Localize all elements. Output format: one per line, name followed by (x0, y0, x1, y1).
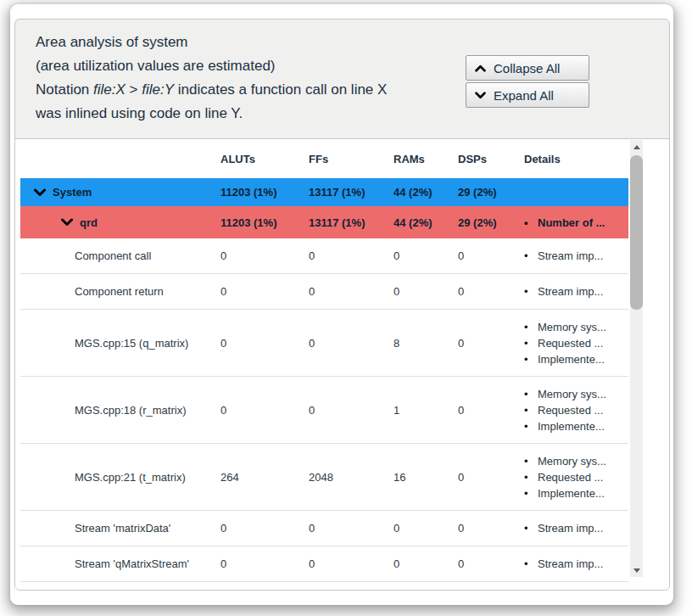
expand-collapse-controls: Collapse All Expand All (466, 55, 589, 108)
table-row-mgs-cpp-21-t-matrix[interactable]: MGS.cpp:21 (t_matrix)2642048160•Memory s… (20, 444, 628, 511)
cell-aluts: 0 (220, 557, 309, 570)
bullet-icon: • (524, 248, 538, 264)
detail-line: •Memory sys... (524, 319, 623, 335)
detail-text: Stream imp... (538, 283, 603, 300)
expand-all-button[interactable]: Expand All (466, 82, 589, 108)
notation-file-y: file:Y (142, 81, 174, 98)
detail-line: •Requested ... (524, 402, 623, 418)
cell-name: Component call (20, 249, 220, 262)
report-title: Area analysis of system (36, 31, 387, 54)
table-row-stream-qmatrixstream[interactable]: Stream 'qMatrixStream'0000•Stream imp... (20, 546, 628, 582)
detail-text: Implemente... (538, 351, 605, 367)
scroll-down-button[interactable] (630, 563, 643, 577)
cell-aluts: 0 (220, 404, 309, 417)
cell-details: •Stream imp... (524, 520, 628, 536)
cell-name: MGS.cpp:15 (q_matrix) (20, 337, 220, 350)
collapse-all-label: Collapse All (494, 61, 560, 76)
notation-line-2: was inlined using code on line Y. (36, 102, 387, 126)
cell-details: •Memory sys...•Requested ...•Implemente.… (524, 453, 628, 501)
bullet-icon: • (524, 319, 538, 335)
bullet-icon: • (524, 335, 538, 351)
bullet-icon: • (524, 556, 538, 572)
column-header-rams: RAMs (393, 153, 458, 165)
notation-file-x: file:X (93, 81, 126, 98)
cell-details: •Memory sys...•Requested ...•Implemente.… (524, 386, 628, 434)
cell-ffs: 0 (309, 285, 393, 298)
detail-line: •Requested ... (524, 469, 623, 485)
scrollbar-thumb[interactable] (630, 155, 643, 310)
bullet-icon: • (524, 351, 538, 367)
cell-name: MGS.cpp:21 (t_matrix) (20, 471, 220, 484)
table-row-mgs-cpp-15-q-matrix[interactable]: MGS.cpp:15 (q_matrix)0080•Memory sys...•… (20, 310, 628, 377)
row-label: Stream 'qMatrixStream' (75, 557, 189, 570)
cell-aluts: 0 (220, 522, 309, 535)
cell-rams: 0 (393, 522, 458, 535)
cell-ffs: 0 (309, 522, 393, 535)
detail-line: •Memory sys... (524, 453, 623, 469)
cell-name: MGS.cpp:18 (r_matrix) (20, 404, 220, 417)
cell-ffs: 0 (309, 249, 393, 262)
detail-text: Requested ... (538, 335, 603, 351)
cell-aluts: 264 (220, 471, 309, 484)
chevron-down-icon (475, 92, 486, 99)
cell-rams: 44 (2%) (393, 186, 458, 199)
chevron-down-icon[interactable] (34, 188, 46, 197)
area-report-panel: Area analysis of system (area utilizatio… (14, 19, 670, 591)
scroll-up-button[interactable] (630, 140, 643, 154)
detail-text: Requested ... (538, 402, 603, 418)
collapse-all-button[interactable]: Collapse All (466, 55, 589, 81)
cell-name: Component return (20, 285, 220, 298)
detail-text: Memory sys... (538, 453, 606, 469)
detail-line: •Stream imp... (524, 283, 623, 300)
detail-text: Memory sys... (538, 386, 606, 402)
table-row-mgs-cpp-18-r-matrix[interactable]: MGS.cpp:18 (r_matrix)0010•Memory sys...•… (20, 377, 628, 444)
column-header-ffs: FFs (309, 153, 393, 165)
table-row-component-return[interactable]: Component return0000•Stream imp... (20, 274, 628, 310)
triangle-down-icon (633, 568, 640, 573)
detail-line: •Stream imp... (524, 556, 623, 572)
cell-name: System (20, 186, 220, 199)
bullet-icon: • (524, 485, 538, 501)
table-row-component-call[interactable]: Component call0000•Stream imp... (20, 238, 628, 274)
cell-rams: 0 (393, 249, 458, 262)
report-window: Area analysis of system (area utilizatio… (10, 4, 673, 605)
detail-line: •Requested ... (524, 335, 623, 351)
cell-aluts: 11203 (1%) (220, 186, 309, 199)
cell-ffs: 0 (309, 557, 393, 570)
cell-ffs: 13117 (1%) (309, 216, 393, 229)
bullet-icon: • (524, 215, 538, 231)
cell-dsps: 0 (458, 557, 524, 570)
cell-details: •Stream imp... (524, 283, 628, 300)
cell-rams: 8 (393, 337, 458, 350)
table-row-stream-matrixdata[interactable]: Stream 'matrixData'0000•Stream imp... (20, 511, 628, 546)
bullet-icon: • (524, 469, 538, 485)
detail-line: •Implemente... (524, 351, 623, 367)
table-row-qrd[interactable]: qrd11203 (1%)13117 (1%)44 (2%)29 (2%)•Nu… (20, 206, 628, 238)
cell-ffs: 2048 (309, 471, 393, 484)
bullet-icon: • (524, 283, 538, 300)
report-subtitle: (area utilization values are estimated) (36, 54, 387, 78)
cell-aluts: 0 (220, 249, 309, 262)
cell-dsps: 0 (458, 404, 524, 417)
column-header-dsps: DSPs (458, 153, 524, 165)
table-row-system[interactable]: System11203 (1%)13117 (1%)44 (2%)29 (2%) (20, 178, 628, 206)
detail-text: Stream imp... (538, 556, 603, 572)
vertical-scrollbar[interactable] (630, 140, 643, 577)
detail-text: Memory sys... (538, 319, 606, 335)
cell-rams: 44 (2%) (393, 216, 458, 229)
cell-details: •Stream imp... (524, 556, 628, 572)
detail-line: •Stream imp... (524, 520, 623, 536)
cell-dsps: 0 (458, 337, 524, 350)
report-description: Area analysis of system (area utilizatio… (36, 31, 387, 126)
row-label: Stream 'matrixData' (75, 522, 170, 535)
expand-all-label: Expand All (494, 88, 554, 103)
chevron-down-icon[interactable] (61, 218, 73, 227)
detail-text: Number of ... (538, 215, 605, 231)
bullet-icon: • (524, 453, 538, 469)
cell-aluts: 0 (220, 285, 309, 298)
row-label: qrd (80, 216, 98, 229)
cell-aluts: 11203 (1%) (220, 216, 309, 229)
cell-name: Stream 'qMatrixStream' (20, 557, 220, 570)
bullet-icon: • (524, 386, 538, 402)
bullet-icon: • (524, 418, 538, 434)
